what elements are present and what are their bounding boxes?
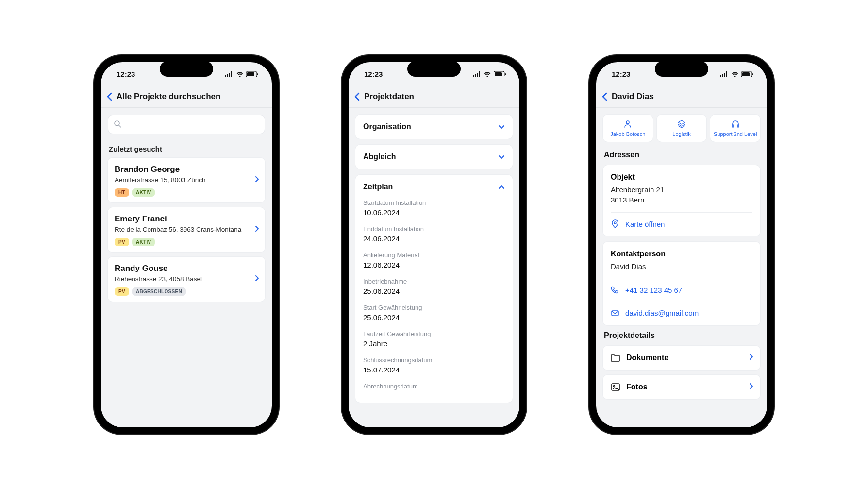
cellular-icon xyxy=(720,71,729,77)
field: Start Gewährleistung25.06.2024 xyxy=(363,304,505,321)
search-input[interactable] xyxy=(108,115,265,134)
detail-row-documents[interactable]: Dokumente xyxy=(603,346,760,370)
wifi-icon xyxy=(731,71,739,77)
field-value: 2 Jahre xyxy=(363,339,505,348)
accordion-organisation[interactable]: Organisation xyxy=(355,115,513,139)
project-address: Rte de la Combaz 56, 3963 Crans-Montana xyxy=(115,226,258,233)
notch xyxy=(407,61,461,77)
phone-icon xyxy=(611,286,619,295)
field: Anlieferung Material12.06.2024 xyxy=(363,252,505,269)
content-area: Jakob Botosch Logistik Support 2nd Level… xyxy=(596,108,767,427)
type-badge: PV xyxy=(115,238,129,246)
back-button[interactable] xyxy=(602,92,608,101)
quick-action-support[interactable]: Support 2nd Level xyxy=(710,115,760,142)
accordion-label: Abgleich xyxy=(363,152,396,161)
folder-icon xyxy=(611,354,620,362)
content-area: Zuletzt gesucht Brandon George Aemtlerst… xyxy=(101,108,272,427)
nav-title: Alle Projekte durchsuchen xyxy=(117,92,220,101)
nav-bar: Projektdaten xyxy=(349,86,519,108)
detail-label: Dokumente xyxy=(626,354,668,362)
map-link-label: Karte öffnen xyxy=(625,220,665,228)
field: Inbetriebnahme25.06.2024 xyxy=(363,278,505,295)
type-badge: HT xyxy=(115,188,129,197)
open-map-button[interactable]: Karte öffnen xyxy=(611,212,752,228)
project-name: Brandon George xyxy=(115,165,258,174)
project-card[interactable]: Emery Franci Rte de la Combaz 56, 3963 C… xyxy=(108,207,265,252)
field: Laufzeit Gewährleistung2 Jahre xyxy=(363,330,505,348)
notch xyxy=(655,61,708,77)
wifi-icon xyxy=(236,71,244,77)
project-card[interactable]: Brandon George Aemtlerstrasse 15, 8003 Z… xyxy=(108,158,265,202)
chevron-right-icon xyxy=(255,225,259,234)
battery-icon xyxy=(494,71,506,77)
cellular-icon xyxy=(472,71,481,77)
badges: PV AKTIV xyxy=(115,238,258,246)
field-label: Startdatum Installation xyxy=(363,199,505,206)
status-badge: ABGESCHLOSSEN xyxy=(132,287,186,296)
phone-frame-2: 12:23 Projektdaten Organisation xyxy=(342,55,526,434)
detail-row-photos[interactable]: Fotos xyxy=(603,375,760,399)
mail-icon xyxy=(611,309,619,318)
map-pin-icon xyxy=(611,219,619,228)
field-value: 12.06.2024 xyxy=(363,261,505,269)
object-address-card: Objekt Altenbergrain 21 3013 Bern Karte … xyxy=(603,165,760,236)
headphones-icon xyxy=(731,119,740,128)
field-label: Start Gewährleistung xyxy=(363,304,505,311)
field-value: 24.06.2024 xyxy=(363,235,505,243)
object-line1: Altenbergrain 21 xyxy=(611,185,752,195)
field-value: 10.06.2024 xyxy=(363,208,505,217)
chip-label: Jakob Botosch xyxy=(610,131,645,137)
chevron-left-icon xyxy=(107,92,113,101)
battery-icon xyxy=(246,71,258,77)
content-area: Organisation Abgleich Zeitplan xyxy=(349,108,519,427)
email-link[interactable]: david.dias@gmail.com xyxy=(611,302,752,318)
phone-frame-1: 12:23 Alle Projekte durchsuchen Zuletzt … xyxy=(94,55,279,434)
battery-icon xyxy=(741,71,753,77)
chip-label: Support 2nd Level xyxy=(714,131,757,137)
svg-point-10 xyxy=(626,121,629,124)
nav-bar: Alle Projekte durchsuchen xyxy=(101,86,272,108)
person-icon xyxy=(623,119,632,128)
project-address: Aemtlerstrasse 15, 8003 Zürich xyxy=(115,176,258,184)
nav-title: Projektdaten xyxy=(364,92,414,101)
email-address: david.dias@gmail.com xyxy=(625,309,699,317)
field-label: Abrechnungsdatum xyxy=(363,383,505,390)
phone-link[interactable]: +41 32 123 45 67 xyxy=(611,279,752,295)
svg-rect-9 xyxy=(752,73,753,75)
nav-title: David Dias xyxy=(612,92,654,101)
svg-rect-8 xyxy=(742,72,750,76)
field: Startdatum Installation10.06.2024 xyxy=(363,199,505,217)
type-badge: PV xyxy=(115,287,129,296)
accordion-zeitplan[interactable]: Zeitplan Startdatum Installation10.06.20… xyxy=(355,175,513,403)
search-icon xyxy=(114,120,121,128)
project-details-label: Projektdetails xyxy=(604,331,759,340)
chevron-right-icon xyxy=(255,176,259,185)
svg-rect-12 xyxy=(737,125,739,127)
svg-point-13 xyxy=(614,222,616,224)
accordion-abgleich[interactable]: Abgleich xyxy=(355,145,513,169)
status-indicators xyxy=(472,71,506,77)
status-indicators xyxy=(720,71,753,77)
cellular-icon xyxy=(225,71,234,77)
quick-action-person[interactable]: Jakob Botosch xyxy=(603,115,653,142)
field: Schlussrechnungsdatum15.07.2024 xyxy=(363,356,505,374)
back-button[interactable] xyxy=(354,92,360,101)
quick-actions: Jakob Botosch Logistik Support 2nd Level xyxy=(603,115,760,142)
svg-rect-1 xyxy=(247,72,254,76)
object-line2: 3013 Bern xyxy=(611,195,752,205)
back-button[interactable] xyxy=(107,92,113,101)
status-time: 12:23 xyxy=(612,70,630,78)
wifi-icon xyxy=(484,71,491,77)
quick-action-logistik[interactable]: Logistik xyxy=(657,115,707,142)
field-value: 25.06.2024 xyxy=(363,313,505,321)
accordion-body: Startdatum Installation10.06.2024 Enddat… xyxy=(355,199,513,403)
status-indicators xyxy=(225,71,258,77)
svg-rect-6 xyxy=(505,73,506,75)
chevron-left-icon xyxy=(602,92,608,101)
project-card[interactable]: Randy Gouse Riehenstrasse 23, 4058 Basel… xyxy=(108,257,265,302)
accordion-label: Zeitplan xyxy=(363,183,393,191)
field-value: 25.06.2024 xyxy=(363,287,505,295)
svg-rect-2 xyxy=(257,73,258,75)
object-title: Objekt xyxy=(611,173,752,182)
chevron-right-icon xyxy=(749,354,753,362)
